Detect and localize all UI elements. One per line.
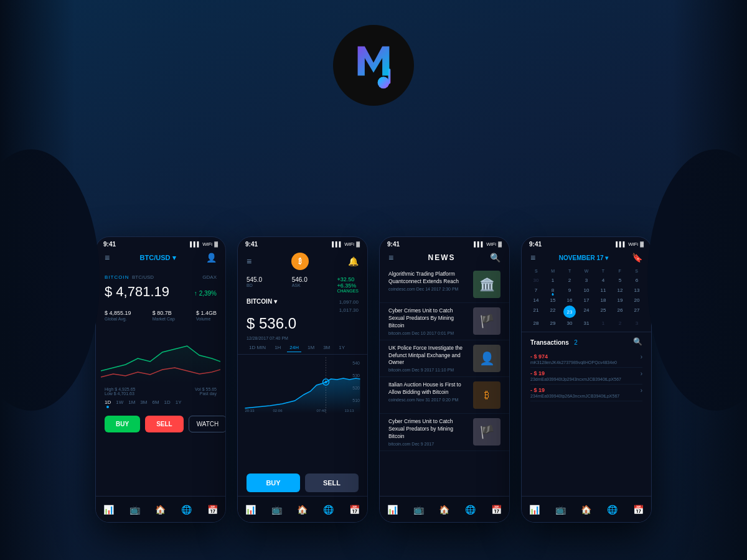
cal-day-25[interactable]: 25 [595, 306, 611, 318]
cal-day-13[interactable]: 13 [629, 286, 645, 295]
news-headline-3: Italian Auction House is First to Allow … [388, 381, 468, 396]
cal-day-3b[interactable]: 3 [629, 319, 645, 328]
svg-point-6 [325, 381, 327, 383]
trade-stat-change: +32.50 +6.35% CHANGES [337, 276, 359, 293]
user-icon-1[interactable]: 👤 [206, 253, 217, 263]
cal-day-4[interactable]: 4 [595, 276, 611, 285]
cal-day-12[interactable]: 12 [612, 286, 628, 295]
cal-day-8[interactable]: 8 [545, 286, 561, 295]
tab-1h[interactable]: 1H [272, 343, 283, 352]
cal-day-7[interactable]: 7 [528, 286, 544, 295]
cal-day-6[interactable]: 6 [629, 276, 645, 285]
cal-day-30b[interactable]: 30 [561, 319, 578, 328]
cal-day-23-today[interactable]: 23 [563, 306, 576, 318]
menu-icon-3[interactable]: ≡ [388, 253, 393, 263]
nav-tv-2[interactable]: 📺 [271, 505, 282, 515]
tab-24h[interactable]: 24H [287, 343, 301, 352]
cal-day-11[interactable]: 11 [595, 286, 611, 295]
time-tab-1d[interactable]: 1D [105, 399, 111, 408]
nav-home-3[interactable]: 🏠 [439, 505, 449, 515]
sell-button-2[interactable]: SELL [305, 474, 359, 492]
pair-selector[interactable]: BTC/USD ▾ [140, 254, 176, 262]
nav-tv-3[interactable]: 📺 [413, 505, 424, 515]
sell-button-1[interactable]: SELL [145, 416, 184, 432]
nav-cal-3[interactable]: 📅 [491, 505, 502, 515]
time-tab-1y[interactable]: 1Y [176, 399, 182, 408]
news-text-0: Algorithmic Trading Platform Quantconnec… [388, 271, 468, 298]
cal-day-3[interactable]: 3 [578, 276, 594, 285]
cal-day-14[interactable]: 14 [528, 296, 544, 305]
cal-day-18[interactable]: 18 [595, 296, 611, 305]
nav-globe-2[interactable]: 🌐 [323, 505, 334, 515]
cal-day-20[interactable]: 20 [629, 296, 645, 305]
nav-home-2[interactable]: 🏠 [297, 505, 308, 515]
trans-item-0[interactable]: › - $ 974 mK3128enJK4k2737989vq8HOPQcv48… [530, 351, 642, 368]
cal-day-31[interactable]: 31 [578, 319, 594, 328]
nav-chart-1[interactable]: 📊 [103, 505, 114, 515]
cal-day-15[interactable]: 15 [545, 296, 561, 305]
news-item-4[interactable]: Cyber Crimes Unit to Catch Sexual Predat… [380, 414, 509, 451]
watch-button-1[interactable]: WATCH [189, 416, 226, 432]
time-tab-6m[interactable]: 6M [152, 399, 159, 408]
tab-3m[interactable]: 3M [321, 343, 332, 352]
cal-day-30a[interactable]: 30 [528, 276, 544, 285]
menu-icon-4[interactable]: ≡ [530, 253, 535, 263]
cal-day-28[interactable]: 28 [528, 319, 544, 328]
cal-day-26[interactable]: 26 [612, 306, 628, 318]
nav-globe-4[interactable]: 🌐 [607, 505, 618, 515]
cal-day-10[interactable]: 10 [578, 286, 594, 295]
cal-day-27[interactable]: 27 [629, 306, 645, 318]
cal-day-21[interactable]: 21 [528, 306, 544, 318]
menu-icon-2[interactable]: ≡ [247, 256, 251, 266]
news-item-1[interactable]: Cyber Crimes Unit to Catch Sexual Predat… [380, 303, 509, 340]
time-tab-1m[interactable]: 1M [128, 399, 135, 408]
buy-button-2[interactable]: BUY [247, 474, 300, 492]
nav-tv-4[interactable]: 📺 [555, 505, 566, 515]
buy-button-1[interactable]: BUY [105, 416, 140, 432]
tab-1dmin[interactable]: 1D MIN [247, 343, 268, 352]
nav-cal-4[interactable]: 📅 [633, 505, 644, 515]
time-tab-1d2[interactable]: 1D [164, 399, 171, 408]
cal-day-17[interactable]: 17 [578, 296, 594, 305]
menu-icon-1[interactable]: ≡ [105, 253, 110, 263]
cal-day-29[interactable]: 29 [545, 319, 561, 328]
nav-globe-3[interactable]: 🌐 [465, 505, 476, 515]
btc-label2[interactable]: BITCOIN ▾ [247, 298, 277, 305]
news-item-2[interactable]: UK Police Force Investigate the Defunct … [380, 340, 509, 378]
nav-chart-4[interactable]: 📊 [529, 505, 540, 515]
nav-home-1[interactable]: 🏠 [155, 505, 166, 515]
nav-chart-3[interactable]: 📊 [387, 505, 398, 515]
time-tab-3m[interactable]: 3M [140, 399, 147, 408]
cal-day-5[interactable]: 5 [612, 276, 628, 285]
cal-day-2[interactable]: 2 [561, 276, 578, 285]
trans-search-icon[interactable]: 🔍 [633, 337, 642, 346]
stat-volume: $ 1.4GB Volume [196, 310, 217, 321]
news-item-3[interactable]: Italian Auction House is First to Allow … [380, 377, 509, 414]
svg-text:07:40: 07:40 [317, 409, 327, 413]
cal-day-22[interactable]: 22 [545, 306, 561, 318]
search-icon-3[interactable]: 🔍 [490, 253, 500, 263]
nav-globe-1[interactable]: 🌐 [181, 505, 192, 515]
cal-day-1[interactable]: 1 [545, 276, 561, 285]
cal-day-9[interactable]: 9 [561, 286, 578, 295]
bookmark-icon[interactable]: 🔖 [632, 253, 642, 263]
trans-item-2[interactable]: › - $ 19 234mEa939940tp26A3ncxmJCB3940tL… [530, 385, 642, 401]
nav-chart-2[interactable]: 📊 [245, 505, 256, 515]
nav-cal-2[interactable]: 📅 [349, 505, 360, 515]
news-item-0[interactable]: Algorithmic Trading Platform Quantconnec… [380, 266, 509, 303]
tab-1m[interactable]: 1M [305, 343, 317, 352]
cal-day-2b[interactable]: 2 [612, 319, 628, 328]
tab-1y[interactable]: 1Y [336, 343, 347, 352]
trans-item-1[interactable]: › - $ 19 23dmEa939940tJp2943ncxmJCB3940t… [530, 368, 642, 385]
bell-icon[interactable]: 🔔 [348, 256, 359, 266]
nav-home-4[interactable]: 🏠 [581, 505, 591, 515]
cal-day-24[interactable]: 24 [578, 306, 594, 318]
weekday-t1: T [561, 268, 578, 274]
month-selector[interactable]: NOVEMBER 17 ▾ [559, 254, 608, 261]
cal-day-1b[interactable]: 1 [595, 319, 611, 328]
time-tab-1w[interactable]: 1W [116, 399, 123, 408]
cal-day-16[interactable]: 16 [561, 296, 578, 305]
nav-cal-1[interactable]: 📅 [207, 505, 218, 515]
cal-day-19[interactable]: 19 [612, 296, 628, 305]
nav-tv-1[interactable]: 📺 [129, 505, 140, 515]
